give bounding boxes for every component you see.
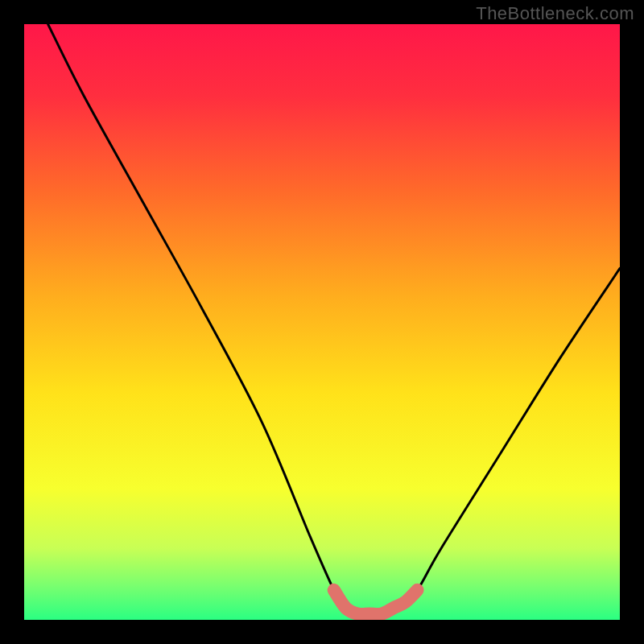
plot-area — [24, 24, 620, 620]
watermark-label: TheBottleneck.com — [476, 3, 634, 24]
chart-frame: TheBottleneck.com — [0, 0, 644, 644]
curve-layer — [24, 24, 620, 620]
bottleneck-curve — [48, 24, 620, 615]
flat-bottom-highlight — [334, 590, 418, 614]
